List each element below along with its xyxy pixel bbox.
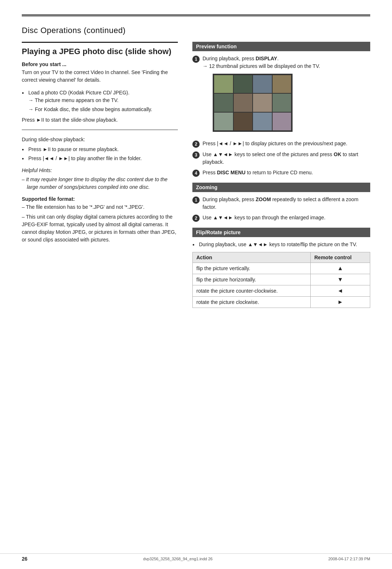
table-row: rotate the picture counter-clockwise.◄ (193, 285, 370, 297)
helpful-hints-dash1: – It may require longer time to display … (22, 176, 178, 191)
step4-end: to return to Picture CD menu. (245, 170, 313, 175)
step3-num: 3 (192, 151, 200, 159)
preview-function-header: Preview function (192, 42, 370, 51)
table-row: rotate the picture clockwise.► (193, 297, 370, 308)
arrow-kodak-disc: For Kodak disc, the slide show begins au… (28, 106, 178, 113)
footer-date: 2008-04-17 2:17:39 PM (328, 557, 370, 561)
table-row: flip the picture horizontally.▼ (193, 274, 370, 285)
step1-arrow: 12 thumbnail pictures will be displayed … (203, 62, 370, 70)
zooming-header: Zooming (192, 183, 370, 192)
press-start-line: Press ►II to start the slide-show playba… (22, 116, 178, 124)
main-title-text: Disc Operations (22, 26, 81, 35)
table-col1-header: Action (193, 252, 311, 263)
flip-rotate-bullets: During playback, use ▲▼◄► keys to rotate… (192, 241, 370, 248)
bullet-pause: Press ►II to pause or resume playback. (22, 146, 178, 153)
table-control-cell: ▲ (310, 263, 370, 274)
thumb-11 (253, 113, 272, 130)
zoom-step1: 1 During playback, press ZOOM repeatedly… (192, 196, 370, 211)
thumb-1 (214, 75, 233, 93)
during-bullets: Press ►II to pause or resume playback. P… (22, 146, 178, 162)
table-header-row: Action Remote control (193, 252, 370, 263)
main-title-suffix: (continued) (81, 26, 126, 35)
step1-main: During playback, press (203, 56, 256, 61)
action-table: Action Remote control flip the picture v… (192, 252, 370, 308)
step2-content: Press |◄◄ / ►►| to display pictures on t… (203, 140, 370, 148)
zoom-step2: 2 Use ▲▼◄► keys to pan through the enlar… (192, 214, 370, 222)
thumb-2 (234, 75, 253, 93)
arrow-picture-menu: The picture menu appears on the TV. (28, 97, 178, 104)
zoom-step2-num: 2 (192, 215, 200, 222)
thumb-12 (273, 113, 291, 130)
supported-format-block: Supported file format: – The file extens… (22, 196, 178, 244)
table-action-cell: flip the picture vertically. (193, 263, 311, 274)
thumb-5 (214, 94, 233, 111)
action-table-body: flip the picture vertically.▲flip the pi… (193, 263, 370, 308)
slide-show-title: Playing a JPEG photo disc (slide show) (22, 46, 178, 57)
table-control-cell: ► (310, 297, 370, 308)
flip-rotate-bullet1: During playback, use ▲▼◄► keys to rotate… (192, 241, 370, 248)
zoom-step1-bold: ZOOM (256, 196, 271, 202)
table-action-cell: flip the picture horizontally. (193, 274, 311, 285)
right-column: Preview function 1 During playback, pres… (192, 42, 370, 308)
step2-num: 2 (192, 141, 200, 148)
footer-file: dvp3256_3258_3268_94_eng1.indd 26 (143, 557, 212, 561)
helpful-hints-block: Helpful Hints: – It may require longer t… (22, 167, 178, 191)
step1-bold: DISPLAY (256, 56, 277, 61)
format-dash2: – This unit can only display digital cam… (22, 213, 178, 244)
preview-step1: 1 During playback, press DISPLAY. 12 thu… (192, 55, 370, 137)
thumb-7 (253, 94, 272, 111)
slide-show-section: Playing a JPEG photo disc (slide show) B… (22, 42, 178, 130)
zoom-step1-num: 1 (192, 196, 200, 204)
zoom-step2-content: Use ▲▼◄► keys to pan through the enlarge… (203, 214, 370, 222)
step3-content: Use ▲▼◄► keys to select one of the pictu… (203, 151, 370, 166)
top-border-inner (22, 16, 370, 17)
preview-step4: 4 Press DISC MENU to return to Picture C… (192, 169, 370, 177)
thumb-6 (234, 94, 253, 111)
page-footer: 26 dvp3256_3258_3268_94_eng1.indd 26 200… (0, 553, 392, 562)
thumb-9 (214, 113, 233, 130)
left-column: Playing a JPEG photo disc (slide show) B… (22, 42, 178, 308)
step3-bold: OK (334, 151, 341, 157)
before-you-start-para1: Turn on your TV to the correct Video In … (22, 69, 178, 84)
before-you-start-block: Before you start ... Turn on your TV to … (22, 61, 178, 84)
supported-format-heading: Supported file format: (22, 196, 178, 202)
step3-main: Use ▲▼◄► keys to select one of the pictu… (203, 151, 334, 157)
preview-step2: 2 Press |◄◄ / ►►| to display pictures on… (192, 140, 370, 148)
flip-rotate-header: Flip/Rotate picture (192, 228, 370, 237)
table-control-cell: ▼ (310, 274, 370, 285)
zoom-step1-content: During playback, press ZOOM repeatedly t… (203, 196, 370, 211)
two-col-layout: Playing a JPEG photo disc (slide show) B… (22, 42, 370, 308)
page-number: 26 (22, 556, 28, 562)
page-container: Disc Operations (continued) Playing a JP… (0, 0, 392, 569)
preview-step3: 3 Use ▲▼◄► keys to select one of the pic… (192, 151, 370, 166)
during-slideshow-label: During slide-show playback: (22, 136, 178, 143)
step4-main: Press (203, 170, 217, 175)
step1-content: During playback, press DISPLAY. 12 thumb… (203, 55, 370, 137)
step4-num: 4 (192, 170, 200, 177)
thumb-4 (273, 75, 291, 93)
thumb-8 (273, 94, 291, 111)
step4-bold: DISC MENU (217, 170, 246, 175)
zoom-step1-main: During playback, press (203, 196, 256, 202)
table-control-cell: ◄ (310, 285, 370, 297)
table-row: flip the picture vertically.▲ (193, 263, 370, 274)
bullet-folder: Press |◄◄ / ►►| to play another file in … (22, 155, 178, 162)
table-col2-header: Remote control (310, 252, 370, 263)
before-you-start-bullets: Load a photo CD (Kodak Picture CD/ JPEG)… (22, 89, 178, 113)
format-dash1: – The file extension has to be '*.JPG' a… (22, 203, 178, 211)
table-action-cell: rotate the picture counter-clockwise. (193, 285, 311, 297)
top-border-outer (22, 15, 370, 16)
main-title: Disc Operations (continued) (22, 23, 370, 36)
step1-period: . (277, 56, 279, 61)
thumbnail-grid (213, 74, 293, 132)
bullet-load-cd: Load a photo CD (Kodak Picture CD/ JPEG)… (22, 89, 178, 113)
step1-num: 1 (192, 56, 200, 63)
step4-content: Press DISC MENU to return to Picture CD … (203, 169, 370, 177)
thumb-10 (234, 113, 253, 130)
table-action-cell: rotate the picture clockwise. (193, 297, 311, 308)
helpful-hints-heading: Helpful Hints: (22, 167, 178, 174)
thumb-3 (253, 75, 272, 93)
before-you-start-heading: Before you start ... (22, 61, 178, 67)
